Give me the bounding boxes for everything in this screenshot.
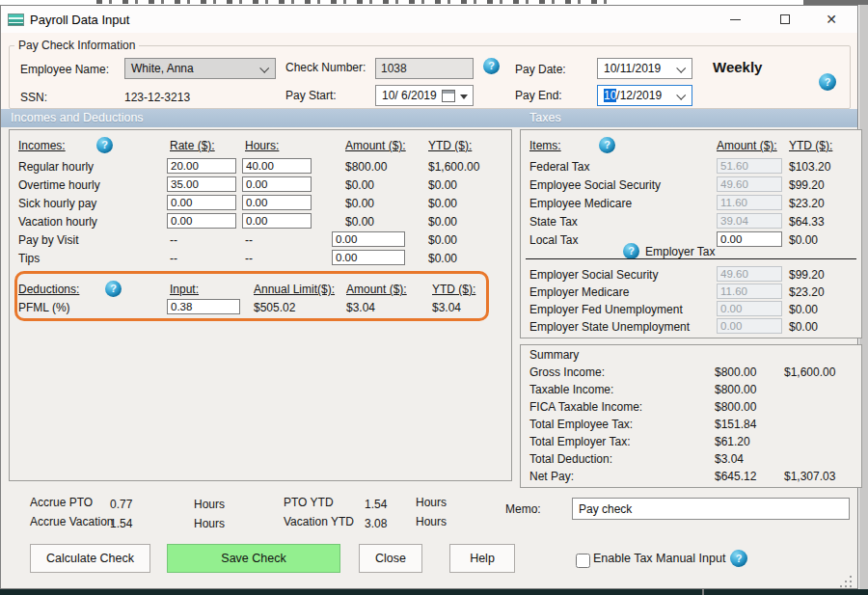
vacation-ytd-value: 3.08: [365, 517, 387, 530]
income-amount: $0.00: [345, 215, 374, 229]
memo-input[interactable]: [572, 498, 850, 520]
income-ytd: $0.00: [428, 233, 457, 247]
close-button[interactable]: ✕: [809, 6, 854, 33]
employer-tax-divider-label: Employer Tax: [645, 245, 715, 258]
rate-input[interactable]: [167, 195, 236, 210]
calculate-check-button[interactable]: Calculate Check: [30, 544, 150, 573]
hours-column-header: Hours:: [245, 139, 279, 152]
hours-input[interactable]: [242, 195, 312, 210]
tax-ytd: $0.00: [789, 303, 818, 316]
tax-row-label: Federal Tax: [529, 160, 589, 174]
summary-value: $800.00: [715, 400, 756, 414]
employee-name-value: White, Anna: [131, 62, 194, 75]
check-number-input[interactable]: [375, 58, 474, 79]
pay-end-combobox[interactable]: 10/12/2019: [597, 85, 692, 106]
pay-date-value: 10/11/2019: [604, 62, 661, 75]
help-button[interactable]: Help: [449, 544, 515, 573]
accrue-pto-label: Accrue PTO: [30, 496, 93, 509]
title-bar: Payroll Data Input ✕: [1, 6, 857, 33]
rate-input[interactable]: [167, 158, 236, 174]
app-icon: [8, 14, 24, 26]
tax-amount-input: [717, 266, 782, 282]
amount-input[interactable]: [332, 231, 405, 247]
pay-check-information-label: Pay Check Information: [14, 39, 139, 52]
maximize-icon: [780, 14, 790, 24]
income-hours-na: --: [245, 252, 253, 265]
tax-row-label: Employee Medicare: [529, 197, 632, 210]
enable-tax-manual-input-checkbox[interactable]: [576, 554, 590, 568]
tax-row-label: Employer State Unemployment: [529, 320, 690, 334]
pto-ytd-value: 1.54: [365, 498, 387, 511]
tax-amount-input: [717, 301, 782, 316]
amount-column-header: Amount ($):: [346, 283, 407, 296]
window-title: Payroll Data Input: [30, 13, 129, 27]
income-amount: $800.00: [345, 160, 387, 174]
resize-grip-icon[interactable]: [840, 576, 852, 587]
dropdown-arrow-icon: [460, 95, 468, 99]
hours-input[interactable]: [242, 158, 312, 174]
minimize-icon: [730, 19, 741, 20]
income-amount: $0.00: [345, 178, 374, 192]
deduction-ytd: $3.04: [432, 301, 461, 314]
tax-row-label: Local Tax: [529, 233, 578, 247]
accrue-pto-unit: Hours: [194, 498, 225, 511]
amount-input[interactable]: [332, 250, 405, 265]
pay-date-combobox[interactable]: 10/11/2019: [597, 58, 692, 79]
pto-ytd-label: PTO YTD: [284, 496, 334, 509]
summary-title: Summary: [529, 348, 579, 362]
close-check-button[interactable]: Close: [359, 544, 422, 573]
summary-value: $3.04: [715, 452, 744, 466]
save-check-button[interactable]: Save Check: [167, 544, 340, 573]
tax-ytd: $99.20: [789, 268, 825, 282]
section-header-bar: Incomes and Deductions Taxes: [1, 109, 857, 127]
pay-start-datepicker[interactable]: 10/ 6/2019: [375, 85, 474, 106]
summary-row-label: Total Employer Tax:: [529, 435, 631, 448]
rate-input[interactable]: [167, 176, 236, 192]
taxes-section-header: Taxes: [529, 111, 561, 124]
pay-frequency-help-icon[interactable]: [819, 73, 836, 91]
minimize-button[interactable]: [713, 6, 757, 33]
maximize-button[interactable]: [763, 6, 807, 33]
tax-amount-input: [717, 213, 782, 229]
enable-tax-manual-help-icon[interactable]: [730, 550, 747, 567]
taxes-help-icon[interactable]: [599, 137, 615, 153]
close-icon: ✕: [826, 13, 837, 26]
summary-value: $151.84: [715, 418, 756, 431]
chevron-down-icon: [676, 64, 686, 73]
pay-end-label: Pay End:: [515, 89, 562, 102]
employee-name-combobox[interactable]: White, Anna: [124, 58, 276, 79]
incomes-help-icon[interactable]: [96, 137, 113, 153]
deductions-help-icon[interactable]: [105, 281, 122, 297]
income-rate-na: --: [170, 233, 177, 247]
tax-amount-input: [717, 195, 782, 210]
income-amount: $0.00: [345, 197, 374, 210]
tax-row-label: State Tax: [529, 215, 578, 229]
pay-check-information-panel: Pay Check Information Employee Name: Whi…: [1, 33, 857, 114]
summary-value: $800.00: [715, 383, 756, 396]
ssn-label: SSN:: [20, 91, 47, 104]
hours-input[interactable]: [242, 176, 312, 192]
tax-amount-input: [717, 158, 782, 174]
chevron-down-icon: [259, 64, 269, 73]
tax-amount-input: [717, 318, 782, 334]
pto-ytd-unit: Hours: [416, 496, 447, 509]
tax-amount-input: [717, 284, 782, 299]
ytd-column-header: YTD ($):: [428, 139, 472, 152]
rate-input[interactable]: [167, 213, 236, 229]
deduction-row-label: PFML (%): [18, 301, 70, 314]
deduction-amount: $3.04: [346, 301, 375, 314]
tax-amount-input[interactable]: [717, 231, 782, 247]
tax-ytd: $23.20: [789, 197, 825, 210]
background-bottom-bar: [0, 589, 868, 595]
summary-ytd: $1,307.03: [784, 470, 835, 483]
check-number-help-icon[interactable]: [483, 58, 500, 74]
income-row-label: Tips: [18, 252, 40, 265]
calendar-icon: [442, 90, 455, 102]
rate-column-header: Rate ($):: [170, 139, 215, 152]
employer-tax-help-icon[interactable]: [623, 243, 639, 259]
deduction-input[interactable]: [167, 299, 240, 314]
hours-input[interactable]: [242, 213, 312, 229]
tax-ytd: $103.20: [789, 160, 830, 174]
income-rate-na: --: [170, 252, 177, 265]
check-number-label: Check Number:: [285, 61, 366, 74]
